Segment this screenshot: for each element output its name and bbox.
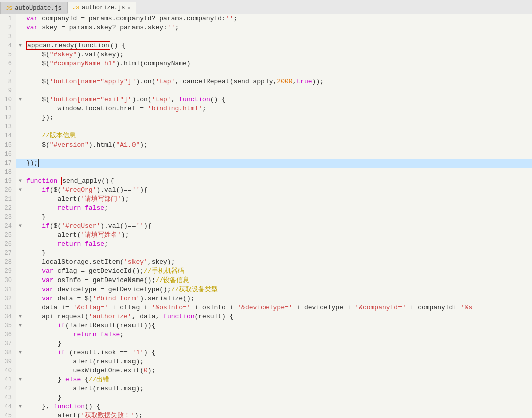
line-number-29: 29 [0,267,16,276]
fold-gutter-17 [16,159,24,168]
line-code-45: alert('获取数据失败！'); [24,411,532,418]
code-line-38: 38 ▼ if (result.isok == '1') { [0,348,532,357]
fold-gutter-44[interactable]: ▼ [16,402,24,411]
code-line-42: 42 alert(result.msg); [0,384,532,393]
line-number-15: 15 [0,141,16,150]
fold-gutter-37 [16,339,24,348]
code-line-16: 16 [0,150,532,159]
code-line-35: 35 ▼ if(!alertResult(result)){ [0,321,532,330]
code-line-3: 3 [0,32,532,41]
code-line-10: 10 ▼ $('button[name="exit"]').on('tap', … [0,95,532,104]
code-line-32: 32 var data = $('#bind_form').serialize(… [0,294,532,303]
line-number-25: 25 [0,231,16,240]
line-code-32: var data = $('#bind_form').serialize(); [24,294,532,303]
code-area: 1 var companyId = params.companyId? para… [0,14,532,418]
fold-gutter-18 [16,168,24,177]
code-line-17: 17 }); [0,159,532,168]
line-code-16 [24,150,532,159]
fold-gutter-5 [16,50,24,59]
line-number-2: 2 [0,23,16,32]
fold-gutter-2 [16,23,24,32]
line-code-38: if (result.isok == '1') { [24,348,532,357]
line-number-38: 38 [0,348,16,357]
line-number-14: 14 [0,131,16,141]
line-code-30: var osInfo = getDeviceName();//设备信息 [24,276,532,285]
fold-gutter-10[interactable]: ▼ [16,95,24,104]
line-code-19: function send_apply(){ [24,177,532,186]
fold-gutter-8 [16,77,24,86]
fold-gutter-9 [16,86,24,95]
code-line-11: 11 window.location.href = 'binding.html'… [0,104,532,113]
fold-gutter-16 [16,150,24,159]
line-number-11: 11 [0,104,16,113]
line-number-4: 4 [0,41,16,50]
fold-gutter-15 [16,141,24,150]
fold-gutter-24[interactable]: ▼ [16,222,24,231]
line-code-40: uexWidgetOne.exit(0); [24,366,532,375]
code-line-44: 44 ▼ }, function() { [0,402,532,411]
line-code-37: } [24,339,532,348]
code-line-19: 19 ▼ function send_apply(){ [0,177,532,186]
line-number-10: 10 [0,95,16,104]
line-code-41: } else {//出错 [24,375,532,384]
line-number-41: 41 [0,375,16,384]
fold-gutter-20[interactable]: ▼ [16,186,24,195]
line-number-42: 42 [0,384,16,393]
line-code-8: $('button[name="apply"]').on('tap', canc… [24,77,532,86]
line-number-16: 16 [0,150,16,159]
line-number-18: 18 [0,168,16,177]
line-code-28: localStorage.setItem('skey',skey); [24,258,532,267]
line-code-7 [24,68,532,77]
line-code-10: $('button[name="exit"]').on('tap', funct… [24,95,532,104]
code-line-40: 40 uexWidgetOne.exit(0); [0,366,532,375]
tab-authorize[interactable]: JS authorize.js ✕ [67,2,137,14]
line-number-33: 33 [0,303,16,312]
line-code-36: return false; [24,330,532,339]
code-line-6: 6 $("#companyName h1").html(companyName) [0,59,532,68]
line-code-9 [24,86,532,95]
tab-bar: JS autoUpdate.js JS authorize.js ✕ [0,0,532,14]
code-line-39: 39 alert(result.msg); [0,357,532,366]
tab-authorize-label: authorize.js [82,4,125,11]
line-number-13: 13 [0,122,16,131]
fold-gutter-38[interactable]: ▼ [16,348,24,357]
fold-gutter-36 [16,330,24,339]
code-line-18: 18 [0,168,532,177]
line-code-42: alert(result.msg); [24,384,532,393]
line-code-33: data += '&cflag=' + cflag + '&osInfo=' +… [24,303,532,312]
fold-gutter-19[interactable]: ▼ [16,177,24,186]
tab-autoupdate[interactable]: JS autoUpdate.js [0,2,67,14]
line-number-24: 24 [0,222,16,231]
code-line-27: 27 } [0,249,532,258]
line-number-43: 43 [0,393,16,402]
line-number-22: 22 [0,204,16,213]
code-line-9: 9 [0,86,532,95]
line-code-13 [24,122,532,131]
tab-close-button[interactable]: ✕ [127,5,130,11]
line-number-12: 12 [0,113,16,122]
line-code-3 [24,32,532,41]
code-line-30: 30 var osInfo = getDeviceName();//设备信息 [0,276,532,285]
fold-gutter-41[interactable]: ▼ [16,375,24,384]
fold-gutter-4[interactable]: ▼ [16,41,24,50]
code-line-21: 21 alert('请填写部门'); [0,195,532,204]
line-code-43: } [24,393,532,402]
line-number-23: 23 [0,213,16,222]
code-content[interactable]: 1 var companyId = params.companyId? para… [0,14,532,418]
code-lines: 1 var companyId = params.companyId? para… [0,14,532,418]
code-line-41: 41 ▼ } else {//出错 [0,375,532,384]
line-number-35: 35 [0,321,16,330]
code-line-23: 23 } [0,213,532,222]
fold-gutter-14 [16,131,24,141]
fold-gutter-43 [16,393,24,402]
fold-gutter-30 [16,276,24,285]
code-line-2: 2 var skey = params.skey? params.skey:''… [0,23,532,32]
code-line-25: 25 alert('请填写姓名'); [0,231,532,240]
editor-container: JS autoUpdate.js JS authorize.js ✕ 1 var… [0,0,532,418]
line-code-44: }, function() { [24,402,532,411]
fold-gutter-34[interactable]: ▼ [16,312,24,321]
line-number-26: 26 [0,240,16,249]
fold-gutter-35[interactable]: ▼ [16,321,24,330]
fold-gutter-39 [16,357,24,366]
line-code-11: window.location.href = 'binding.html'; [24,104,532,113]
